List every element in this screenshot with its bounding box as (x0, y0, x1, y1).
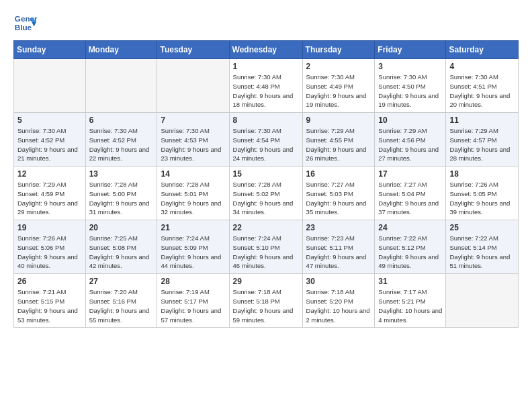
day-info: Sunrise: 7:30 AMSunset: 4:50 PMDaylight:… (378, 73, 442, 109)
header: General Blue (13, 11, 519, 35)
day-cell: 21Sunrise: 7:24 AMSunset: 5:09 PMDayligh… (157, 220, 229, 274)
day-cell: 8Sunrise: 7:30 AMSunset: 4:54 PMDaylight… (229, 113, 302, 167)
day-info: Sunrise: 7:28 AMSunset: 5:01 PMDaylight:… (161, 180, 225, 217)
svg-text:Blue: Blue (15, 23, 32, 32)
day-cell: 23Sunrise: 7:23 AMSunset: 5:11 PMDayligh… (302, 220, 375, 274)
day-cell: 26Sunrise: 7:21 AMSunset: 5:15 PMDayligh… (14, 274, 86, 328)
day-cell: 29Sunrise: 7:18 AMSunset: 5:18 PMDayligh… (229, 274, 302, 328)
week-row-5: 26Sunrise: 7:21 AMSunset: 5:15 PMDayligh… (14, 274, 519, 328)
day-info: Sunrise: 7:18 AMSunset: 5:20 PMDaylight:… (306, 287, 371, 324)
page: General Blue SundayMondayTuesdayWednesda… (0, 0, 532, 411)
day-info: Sunrise: 7:21 AMSunset: 5:15 PMDaylight:… (17, 287, 82, 324)
day-info: Sunrise: 7:26 AMSunset: 5:06 PMDaylight:… (17, 234, 82, 271)
day-cell: 20Sunrise: 7:25 AMSunset: 5:08 PMDayligh… (85, 220, 157, 274)
day-number: 8 (233, 116, 299, 125)
day-number: 3 (378, 62, 442, 71)
day-number: 29 (233, 277, 299, 286)
day-cell: 14Sunrise: 7:28 AMSunset: 5:01 PMDayligh… (157, 167, 229, 220)
day-info: Sunrise: 7:20 AMSunset: 5:16 PMDaylight:… (89, 287, 154, 324)
day-info: Sunrise: 7:29 AMSunset: 4:57 PMDaylight:… (449, 126, 515, 163)
day-cell: 1Sunrise: 7:30 AMSunset: 4:48 PMDaylight… (229, 59, 302, 113)
day-number: 22 (233, 223, 299, 232)
day-info: Sunrise: 7:24 AMSunset: 5:10 PMDaylight:… (233, 234, 299, 271)
day-number: 14 (161, 169, 225, 179)
day-number: 12 (17, 169, 82, 179)
day-info: Sunrise: 7:28 AMSunset: 5:00 PMDaylight:… (89, 180, 154, 217)
day-number: 27 (89, 277, 154, 286)
day-number: 9 (306, 116, 371, 125)
weekday-sunday: Sunday (14, 41, 86, 59)
day-info: Sunrise: 7:22 AMSunset: 5:14 PMDaylight:… (449, 234, 515, 271)
weekday-header-row: SundayMondayTuesdayWednesdayThursdayFrid… (14, 41, 519, 59)
day-cell: 10Sunrise: 7:29 AMSunset: 4:56 PMDayligh… (375, 113, 446, 167)
day-number: 18 (449, 169, 515, 179)
day-cell: 16Sunrise: 7:27 AMSunset: 5:03 PMDayligh… (302, 167, 375, 220)
logo: General Blue (13, 11, 38, 35)
day-cell: 11Sunrise: 7:29 AMSunset: 4:57 PMDayligh… (446, 113, 519, 167)
day-number: 21 (161, 223, 225, 232)
day-number: 25 (449, 223, 515, 232)
day-info: Sunrise: 7:27 AMSunset: 5:04 PMDaylight:… (378, 180, 442, 217)
day-cell: 3Sunrise: 7:30 AMSunset: 4:50 PMDaylight… (375, 59, 446, 113)
day-number: 10 (378, 116, 442, 125)
day-number: 5 (17, 116, 82, 125)
day-cell: 6Sunrise: 7:30 AMSunset: 4:52 PMDaylight… (85, 113, 157, 167)
day-cell: 13Sunrise: 7:28 AMSunset: 5:00 PMDayligh… (85, 167, 157, 220)
day-number: 7 (161, 116, 225, 125)
day-number: 23 (306, 223, 371, 232)
weekday-tuesday: Tuesday (157, 41, 229, 59)
day-cell: 12Sunrise: 7:29 AMSunset: 4:59 PMDayligh… (14, 167, 86, 220)
weekday-friday: Friday (375, 41, 446, 59)
day-number: 6 (89, 116, 154, 125)
svg-marker-3 (32, 21, 36, 26)
day-cell: 4Sunrise: 7:30 AMSunset: 4:51 PMDaylight… (446, 59, 519, 113)
weekday-thursday: Thursday (302, 41, 375, 59)
day-number: 31 (378, 277, 442, 286)
day-info: Sunrise: 7:29 AMSunset: 4:56 PMDaylight:… (378, 126, 442, 163)
week-row-2: 5Sunrise: 7:30 AMSunset: 4:52 PMDaylight… (14, 113, 519, 167)
day-number: 4 (449, 62, 515, 71)
day-info: Sunrise: 7:24 AMSunset: 5:09 PMDaylight:… (161, 234, 225, 271)
day-number: 16 (306, 169, 371, 179)
day-cell (446, 274, 519, 328)
day-number: 19 (17, 223, 82, 232)
week-row-4: 19Sunrise: 7:26 AMSunset: 5:06 PMDayligh… (14, 220, 519, 274)
day-number: 28 (161, 277, 225, 286)
day-info: Sunrise: 7:30 AMSunset: 4:48 PMDaylight:… (233, 73, 299, 109)
day-info: Sunrise: 7:30 AMSunset: 4:54 PMDaylight:… (233, 126, 299, 163)
weekday-wednesday: Wednesday (229, 41, 302, 59)
day-cell: 18Sunrise: 7:26 AMSunset: 5:05 PMDayligh… (446, 167, 519, 220)
week-row-3: 12Sunrise: 7:29 AMSunset: 4:59 PMDayligh… (14, 167, 519, 220)
day-number: 20 (89, 223, 154, 232)
day-cell: 27Sunrise: 7:20 AMSunset: 5:16 PMDayligh… (85, 274, 157, 328)
day-number: 15 (233, 169, 299, 179)
day-number: 17 (378, 169, 442, 179)
week-row-1: 1Sunrise: 7:30 AMSunset: 4:48 PMDaylight… (14, 59, 519, 113)
day-cell: 28Sunrise: 7:19 AMSunset: 5:17 PMDayligh… (157, 274, 229, 328)
day-cell: 31Sunrise: 7:17 AMSunset: 5:21 PMDayligh… (375, 274, 446, 328)
day-number: 13 (89, 169, 154, 179)
day-info: Sunrise: 7:30 AMSunset: 4:49 PMDaylight:… (306, 73, 371, 109)
day-info: Sunrise: 7:26 AMSunset: 5:05 PMDaylight:… (449, 180, 515, 217)
day-number: 2 (306, 62, 371, 71)
day-number: 1 (233, 62, 299, 71)
logo-icon: General Blue (13, 11, 38, 35)
day-info: Sunrise: 7:25 AMSunset: 5:08 PMDaylight:… (89, 234, 154, 271)
day-info: Sunrise: 7:28 AMSunset: 5:02 PMDaylight:… (233, 180, 299, 217)
day-info: Sunrise: 7:27 AMSunset: 5:03 PMDaylight:… (306, 180, 371, 217)
day-cell: 15Sunrise: 7:28 AMSunset: 5:02 PMDayligh… (229, 167, 302, 220)
day-info: Sunrise: 7:29 AMSunset: 4:59 PMDaylight:… (17, 180, 82, 217)
weekday-saturday: Saturday (446, 41, 519, 59)
day-number: 26 (17, 277, 82, 286)
day-cell (157, 59, 229, 113)
day-cell: 7Sunrise: 7:30 AMSunset: 4:53 PMDaylight… (157, 113, 229, 167)
day-cell (85, 59, 157, 113)
day-info: Sunrise: 7:30 AMSunset: 4:52 PMDaylight:… (17, 126, 82, 163)
day-info: Sunrise: 7:30 AMSunset: 4:51 PMDaylight:… (449, 73, 515, 109)
weekday-monday: Monday (85, 41, 157, 59)
day-cell: 2Sunrise: 7:30 AMSunset: 4:49 PMDaylight… (302, 59, 375, 113)
day-info: Sunrise: 7:22 AMSunset: 5:12 PMDaylight:… (378, 234, 442, 271)
day-cell: 17Sunrise: 7:27 AMSunset: 5:04 PMDayligh… (375, 167, 446, 220)
day-info: Sunrise: 7:18 AMSunset: 5:18 PMDaylight:… (233, 287, 299, 324)
calendar: SundayMondayTuesdayWednesdayThursdayFrid… (13, 40, 519, 328)
